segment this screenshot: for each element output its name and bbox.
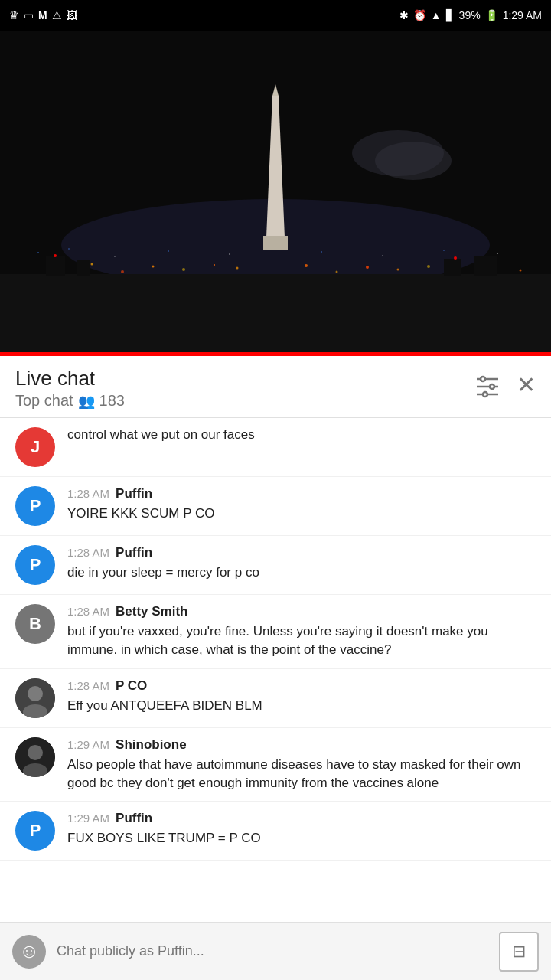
svg-point-8 — [236, 267, 239, 270]
message-time: 1:28 AM — [67, 546, 109, 559]
message-author: Shinobione — [116, 737, 187, 753]
message-text: Also people that have autoimmune disease… — [67, 756, 536, 792]
avatar — [15, 737, 55, 777]
message-meta: 1:28 AMBetty Smith — [67, 604, 536, 619]
emoji-icon: ☺ — [19, 939, 40, 963]
folder-icon: ▭ — [24, 9, 34, 21]
bluetooth-icon: ✱ — [399, 9, 409, 21]
svg-point-5 — [152, 266, 155, 268]
image-icon: 🖼 — [67, 9, 77, 21]
svg-point-35 — [454, 256, 457, 260]
battery-icon: 🔋 — [485, 9, 498, 21]
message-meta: 1:28 AMPuffin — [67, 545, 536, 560]
svg-point-12 — [397, 269, 399, 271]
livechat-subtitle: Top chat 👥 183 — [15, 392, 125, 410]
chat-input-bar: ☺ ⊟ — [0, 922, 551, 980]
svg-rect-32 — [444, 259, 461, 276]
message-body: control what we put on our faces — [67, 427, 536, 443]
svg-point-34 — [54, 254, 57, 257]
svg-point-39 — [481, 377, 485, 381]
svg-point-43 — [483, 392, 487, 397]
svg-point-6 — [182, 268, 185, 271]
chat-message: B1:28 AMBetty Smithbut if you're vaxxed,… — [0, 595, 551, 669]
livechat-title: Live chat — [15, 367, 125, 390]
message-meta: 1:29 AMShinobione — [67, 737, 536, 753]
message-time: 1:28 AM — [67, 679, 109, 692]
video-player[interactable] — [0, 31, 551, 352]
chat-message: 1:28 AMP COEff you ANTQUEEFA BIDEN BLM — [0, 669, 551, 728]
svg-point-9 — [305, 264, 308, 267]
svg-point-17 — [37, 252, 39, 253]
signal-icon: ▋ — [446, 9, 455, 21]
svg-point-45 — [28, 686, 43, 701]
m-icon: M — [38, 9, 47, 21]
people-icon: 👥 — [78, 393, 95, 410]
svg-point-22 — [321, 251, 322, 253]
svg-point-4 — [121, 270, 124, 273]
message-body: 1:28 AMBetty Smithbut if you're vaxxed, … — [67, 604, 536, 659]
status-icons-right: ✱ ⏰ ▲ ▋ 39% 🔋 1:29 AM — [399, 9, 542, 21]
send-button[interactable]: ⊟ — [499, 932, 539, 972]
svg-point-41 — [490, 384, 494, 389]
filter-button[interactable] — [474, 371, 501, 399]
message-time: 1:28 AM — [67, 605, 109, 618]
avatar: J — [15, 427, 55, 467]
message-meta: 1:29 AMPuffin — [67, 811, 536, 826]
livechat-title-area: Live chat Top chat 👥 183 — [15, 367, 125, 410]
svg-point-18 — [68, 248, 70, 250]
chat-messages-area: Jcontrol what we put on our facesP1:28 A… — [0, 418, 551, 861]
avatar: P — [15, 486, 55, 526]
svg-point-19 — [114, 256, 116, 257]
svg-point-24 — [443, 250, 445, 251]
svg-point-48 — [28, 745, 43, 760]
svg-point-7 — [214, 264, 215, 266]
message-text: but if you're vaxxed, you're fine. Unles… — [67, 622, 536, 659]
message-author: Puffin — [116, 545, 152, 560]
message-text: Eff you ANTQUEEFA BIDEN BLM — [67, 697, 536, 715]
svg-point-10 — [336, 271, 338, 273]
chat-message: Jcontrol what we put on our faces — [0, 418, 551, 477]
message-body: 1:28 AMPuffindie in your sleep = mercy f… — [67, 545, 536, 582]
svg-point-25 — [497, 253, 498, 254]
chat-message: P1:28 AMPuffinYOIRE KKK SCUM P CO — [0, 477, 551, 536]
battery-percent: 39% — [459, 9, 481, 21]
svg-rect-33 — [474, 256, 497, 276]
wifi-icon: ▲ — [431, 9, 442, 21]
clock: 1:29 AM — [503, 9, 542, 21]
message-author: Puffin — [116, 486, 152, 501]
alarm-icon: ⏰ — [413, 9, 426, 21]
message-time: 1:28 AM — [67, 487, 109, 500]
message-text: control what we put on our faces — [67, 427, 255, 442]
viewer-count: 183 — [99, 392, 125, 410]
svg-point-3 — [91, 263, 93, 266]
send-icon: ⊟ — [512, 942, 526, 962]
message-author: P CO — [116, 678, 147, 694]
avatar: B — [15, 604, 55, 644]
svg-rect-28 — [263, 236, 288, 250]
header-actions: ✕ — [474, 367, 536, 399]
svg-point-23 — [382, 255, 383, 256]
message-text: YOIRE KKK SCUM P CO — [67, 505, 536, 523]
livechat-header: Live chat Top chat 👥 183 ✕ — [0, 356, 551, 418]
message-author: Puffin — [116, 811, 152, 826]
avatar — [15, 678, 55, 718]
svg-rect-30 — [46, 256, 65, 276]
avatar: P — [15, 545, 55, 585]
svg-point-21 — [229, 253, 230, 255]
svg-point-13 — [427, 265, 430, 268]
close-button[interactable]: ✕ — [517, 374, 536, 397]
avatar-photo — [15, 678, 55, 718]
avatar-photo — [15, 737, 55, 777]
message-text: die in your sleep = mercy for p co — [67, 564, 536, 582]
svg-point-16 — [520, 270, 522, 272]
message-meta: 1:28 AMPuffin — [67, 486, 536, 501]
chat-message: P1:28 AMPuffindie in your sleep = mercy … — [0, 536, 551, 595]
chat-input[interactable] — [57, 935, 488, 969]
message-text: FUX BOYS LIKE TRUMP = P CO — [67, 829, 536, 848]
emoji-button[interactable]: ☺ — [12, 935, 46, 969]
svg-rect-29 — [0, 274, 551, 352]
crown-icon: ♛ — [9, 9, 19, 21]
message-time: 1:29 AM — [67, 812, 109, 825]
message-author: Betty Smith — [116, 604, 187, 619]
svg-rect-31 — [77, 260, 90, 276]
